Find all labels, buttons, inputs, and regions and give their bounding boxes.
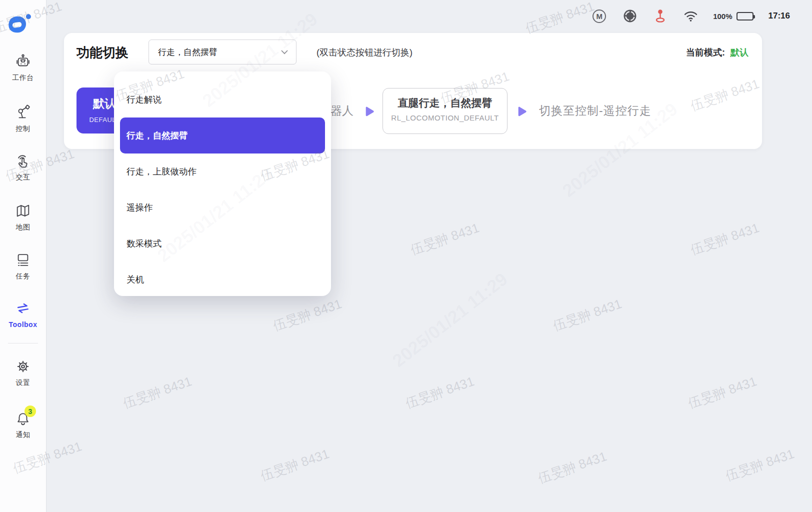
- sidebar-item-label: 交互: [16, 173, 30, 182]
- gear-icon: [14, 358, 32, 375]
- status-bar: M 100% 17:16: [46, 0, 812, 32]
- wifi-icon: [684, 10, 698, 22]
- dropdown-item-teleoperation[interactable]: 遥操作: [114, 190, 331, 226]
- mode-m-icon[interactable]: M: [592, 10, 606, 23]
- location-pin-icon[interactable]: [654, 8, 666, 24]
- mode-dropdown: 行走解说 行走，自然摆臂 行走，上肢做动作 遥操作 数采模式 关机: [114, 72, 331, 296]
- watermark-text: 伍旻翀 8431: [271, 295, 344, 335]
- sidebar-item-label: 任务: [16, 272, 30, 281]
- flow-arrow-icon: [516, 106, 527, 120]
- mode-select-value: 行走，自然摆臂: [158, 46, 281, 58]
- dropdown-item-data-collection-mode[interactable]: 数采模式: [114, 226, 331, 262]
- map-icon: [14, 202, 32, 220]
- notification-badge: 3: [24, 406, 36, 417]
- state-box-title: 直腿行走，自然摆臂: [383, 96, 507, 110]
- watermark-text: 伍旻翀 8431: [536, 448, 610, 488]
- current-mode: 当前模式: 默认: [686, 46, 748, 58]
- sidebar-item-workbench[interactable]: 工作台: [0, 53, 46, 82]
- battery-icon: [736, 12, 754, 20]
- locomotion-state-button[interactable]: 直腿行走，自然摆臂 RL_LOCOMOTION_DEFAULT: [382, 88, 508, 134]
- current-mode-value: 默认: [730, 48, 748, 58]
- dropdown-item-walk-narration[interactable]: 行走解说: [114, 82, 331, 118]
- tasks-icon: [14, 252, 32, 268]
- watermark-text: 伍旻翀 8431: [121, 372, 194, 412]
- app-logo[interactable]: [5, 12, 34, 37]
- flow-arrow-icon: [364, 106, 374, 120]
- robot-arm-icon: [14, 104, 32, 121]
- clock-time: 17:16: [768, 11, 790, 21]
- watermark-text: 伍旻翀 8431: [551, 295, 624, 335]
- state-box-code: RL_LOCOMOTION_DEFAULT: [383, 114, 507, 122]
- sidebar-item-tasks[interactable]: 任务: [0, 252, 46, 281]
- battery-percent: 100%: [713, 12, 732, 20]
- default-mode-zh: 默认: [93, 96, 116, 112]
- sidebar-item-settings[interactable]: 设置: [0, 358, 46, 388]
- sidebar-item-toolbox[interactable]: Toolbox: [0, 300, 46, 328]
- watermark-text: 伍旻翀 8431: [686, 372, 760, 412]
- sidebar: 工作台 控制 交互 地图: [0, 0, 46, 512]
- robot-icon: [14, 53, 32, 70]
- dropdown-item-walk-upper-limb-motion[interactable]: 行走，上肢做动作: [114, 154, 331, 190]
- sidebar-item-label: 控制: [16, 124, 30, 134]
- page-title: 功能切换: [76, 44, 128, 62]
- covered-step-label: 器人: [330, 103, 354, 118]
- sidebar-item-label: 工作台: [12, 74, 34, 82]
- touch-icon: [14, 152, 32, 170]
- watermark-timestamp-text: 2025/01/21 11:29: [388, 268, 512, 372]
- chevron-down-icon: [281, 50, 288, 54]
- current-mode-label: 当前模式:: [686, 48, 725, 58]
- watermark-text: 伍旻翀 8431: [688, 219, 762, 259]
- sidebar-divider: [8, 343, 38, 344]
- dropdown-item-walk-natural-arm-swing[interactable]: 行走，自然摆臂: [120, 118, 325, 154]
- sidebar-item-label: 地图: [16, 223, 30, 232]
- sidebar-item-label: 设置: [16, 378, 30, 388]
- sidebar-item-label: Toolbox: [9, 320, 38, 328]
- watermark-text: 伍旻翀 8431: [404, 372, 477, 412]
- sidebar-item-control[interactable]: 控制: [0, 104, 46, 134]
- swap-arrows-icon: [13, 298, 32, 318]
- sidebar-item-map[interactable]: 地图: [0, 202, 46, 232]
- sidebar-item-label: 通知: [16, 430, 30, 440]
- shutter-icon[interactable]: [623, 9, 637, 23]
- sidebar-item-interaction[interactable]: 交互: [0, 152, 46, 182]
- watermark-text: 伍旻翀 8431: [408, 219, 482, 259]
- dropdown-item-shutdown[interactable]: 关机: [114, 262, 331, 298]
- watermark-text: 伍旻翀 8431: [724, 445, 797, 485]
- bell-icon: 3: [14, 410, 32, 427]
- watermark-text: 伍旻翀 8431: [258, 445, 332, 485]
- double-click-hint: (双击状态按钮进行切换): [316, 46, 412, 58]
- booster-logo-icon: [5, 12, 34, 37]
- switch-action-label: 切换至控制-遥控行走: [539, 103, 652, 118]
- mode-select[interactable]: 行走，自然摆臂: [148, 40, 296, 64]
- sidebar-item-notifications[interactable]: 3 通知: [0, 410, 46, 440]
